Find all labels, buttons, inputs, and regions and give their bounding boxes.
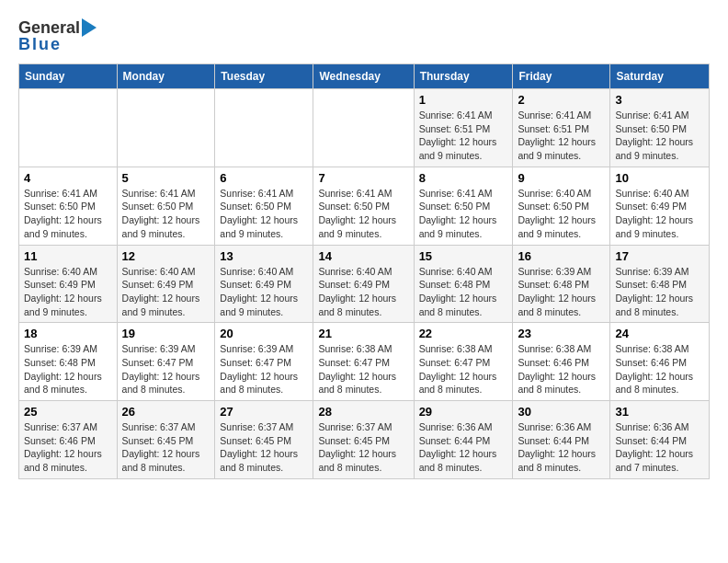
calendar-table: Sunday Monday Tuesday Wednesday Thursday… bbox=[18, 63, 710, 479]
calendar-week-row: 11Sunrise: 6:40 AM Sunset: 6:49 PM Dayli… bbox=[19, 245, 710, 323]
calendar-cell: 8Sunrise: 6:41 AM Sunset: 6:50 PM Daylig… bbox=[414, 167, 513, 245]
page-header: General Blue bbox=[18, 18, 710, 54]
day-number: 10 bbox=[615, 171, 704, 185]
day-info: Sunrise: 6:37 AM Sunset: 6:45 PM Dayligh… bbox=[220, 420, 308, 475]
calendar-week-row: 1Sunrise: 6:41 AM Sunset: 6:51 PM Daylig… bbox=[19, 89, 710, 167]
day-number: 9 bbox=[518, 171, 605, 185]
day-number: 15 bbox=[419, 249, 508, 263]
calendar-cell: 12Sunrise: 6:40 AM Sunset: 6:49 PM Dayli… bbox=[117, 245, 215, 323]
calendar-cell: 10Sunrise: 6:40 AM Sunset: 6:49 PM Dayli… bbox=[610, 167, 710, 245]
calendar-cell: 1Sunrise: 6:41 AM Sunset: 6:51 PM Daylig… bbox=[414, 89, 513, 167]
day-number: 21 bbox=[318, 327, 408, 340]
calendar-cell: 28Sunrise: 6:37 AM Sunset: 6:45 PM Dayli… bbox=[313, 401, 414, 479]
day-info: Sunrise: 6:40 AM Sunset: 6:49 PM Dayligh… bbox=[122, 265, 210, 319]
day-info: Sunrise: 6:36 AM Sunset: 6:44 PM Dayligh… bbox=[419, 420, 508, 475]
day-number: 28 bbox=[318, 405, 408, 419]
calendar-cell: 31Sunrise: 6:36 AM Sunset: 6:44 PM Dayli… bbox=[610, 401, 710, 479]
calendar-cell: 4Sunrise: 6:41 AM Sunset: 6:50 PM Daylig… bbox=[19, 167, 118, 245]
day-number: 13 bbox=[220, 249, 308, 263]
day-info: Sunrise: 6:38 AM Sunset: 6:47 PM Dayligh… bbox=[419, 342, 508, 396]
day-number: 24 bbox=[615, 327, 704, 340]
col-tuesday: Tuesday bbox=[215, 64, 313, 89]
col-thursday: Thursday bbox=[414, 64, 513, 89]
day-info: Sunrise: 6:38 AM Sunset: 6:46 PM Dayligh… bbox=[615, 342, 704, 396]
calendar-cell: 7Sunrise: 6:41 AM Sunset: 6:50 PM Daylig… bbox=[313, 167, 414, 245]
calendar-cell: 9Sunrise: 6:40 AM Sunset: 6:50 PM Daylig… bbox=[513, 167, 610, 245]
calendar-week-row: 18Sunrise: 6:39 AM Sunset: 6:48 PM Dayli… bbox=[19, 323, 710, 401]
day-number: 16 bbox=[518, 249, 605, 263]
logo-arrow-icon bbox=[82, 18, 97, 37]
day-number: 17 bbox=[615, 249, 704, 263]
calendar-cell: 23Sunrise: 6:38 AM Sunset: 6:46 PM Dayli… bbox=[513, 323, 610, 401]
day-info: Sunrise: 6:36 AM Sunset: 6:44 PM Dayligh… bbox=[615, 420, 704, 475]
day-number: 20 bbox=[220, 327, 308, 340]
day-info: Sunrise: 6:39 AM Sunset: 6:48 PM Dayligh… bbox=[615, 265, 704, 319]
day-number: 31 bbox=[615, 405, 704, 419]
calendar-cell: 30Sunrise: 6:36 AM Sunset: 6:44 PM Dayli… bbox=[513, 401, 610, 479]
day-info: Sunrise: 6:41 AM Sunset: 6:51 PM Dayligh… bbox=[419, 109, 508, 163]
day-number: 3 bbox=[615, 93, 704, 107]
calendar-cell: 27Sunrise: 6:37 AM Sunset: 6:45 PM Dayli… bbox=[215, 401, 313, 479]
day-info: Sunrise: 6:39 AM Sunset: 6:48 PM Dayligh… bbox=[518, 265, 605, 319]
calendar-week-row: 4Sunrise: 6:41 AM Sunset: 6:50 PM Daylig… bbox=[19, 167, 710, 245]
calendar-cell: 19Sunrise: 6:39 AM Sunset: 6:47 PM Dayli… bbox=[117, 323, 215, 401]
calendar-cell bbox=[19, 89, 118, 167]
day-info: Sunrise: 6:40 AM Sunset: 6:49 PM Dayligh… bbox=[318, 265, 408, 319]
calendar-cell: 17Sunrise: 6:39 AM Sunset: 6:48 PM Dayli… bbox=[610, 245, 710, 323]
calendar-cell: 24Sunrise: 6:38 AM Sunset: 6:46 PM Dayli… bbox=[610, 323, 710, 401]
day-number: 11 bbox=[24, 249, 112, 263]
calendar-cell bbox=[215, 89, 313, 167]
calendar-cell: 15Sunrise: 6:40 AM Sunset: 6:48 PM Dayli… bbox=[414, 245, 513, 323]
calendar-cell: 29Sunrise: 6:36 AM Sunset: 6:44 PM Dayli… bbox=[414, 401, 513, 479]
col-friday: Friday bbox=[513, 64, 610, 89]
calendar-cell: 5Sunrise: 6:41 AM Sunset: 6:50 PM Daylig… bbox=[117, 167, 215, 245]
calendar-cell: 22Sunrise: 6:38 AM Sunset: 6:47 PM Dayli… bbox=[414, 323, 513, 401]
calendar-cell: 26Sunrise: 6:37 AM Sunset: 6:45 PM Dayli… bbox=[117, 401, 215, 479]
day-number: 1 bbox=[419, 93, 508, 107]
col-monday: Monday bbox=[117, 64, 215, 89]
calendar-week-row: 25Sunrise: 6:37 AM Sunset: 6:46 PM Dayli… bbox=[19, 401, 710, 479]
day-info: Sunrise: 6:41 AM Sunset: 6:50 PM Dayligh… bbox=[419, 187, 508, 241]
day-number: 26 bbox=[122, 405, 210, 419]
day-info: Sunrise: 6:39 AM Sunset: 6:47 PM Dayligh… bbox=[220, 342, 308, 396]
day-info: Sunrise: 6:41 AM Sunset: 6:50 PM Dayligh… bbox=[122, 187, 210, 241]
calendar-cell: 21Sunrise: 6:38 AM Sunset: 6:47 PM Dayli… bbox=[313, 323, 414, 401]
day-info: Sunrise: 6:41 AM Sunset: 6:51 PM Dayligh… bbox=[518, 109, 605, 163]
logo-blue-text: Blue bbox=[18, 35, 62, 54]
calendar-cell: 13Sunrise: 6:40 AM Sunset: 6:49 PM Dayli… bbox=[215, 245, 313, 323]
logo: General Blue bbox=[18, 18, 97, 54]
day-info: Sunrise: 6:40 AM Sunset: 6:48 PM Dayligh… bbox=[419, 265, 508, 319]
calendar-cell: 16Sunrise: 6:39 AM Sunset: 6:48 PM Dayli… bbox=[513, 245, 610, 323]
calendar-cell bbox=[313, 89, 414, 167]
day-number: 12 bbox=[122, 249, 210, 263]
calendar-body: 1Sunrise: 6:41 AM Sunset: 6:51 PM Daylig… bbox=[19, 89, 710, 479]
calendar-cell: 2Sunrise: 6:41 AM Sunset: 6:51 PM Daylig… bbox=[513, 89, 610, 167]
day-info: Sunrise: 6:40 AM Sunset: 6:49 PM Dayligh… bbox=[24, 265, 112, 319]
day-info: Sunrise: 6:37 AM Sunset: 6:46 PM Dayligh… bbox=[24, 420, 112, 475]
day-info: Sunrise: 6:39 AM Sunset: 6:48 PM Dayligh… bbox=[24, 342, 112, 396]
day-number: 5 bbox=[122, 171, 210, 185]
day-number: 30 bbox=[518, 405, 605, 419]
day-info: Sunrise: 6:38 AM Sunset: 6:46 PM Dayligh… bbox=[518, 342, 605, 396]
day-number: 2 bbox=[518, 93, 605, 107]
calendar-cell: 3Sunrise: 6:41 AM Sunset: 6:50 PM Daylig… bbox=[610, 89, 710, 167]
day-number: 7 bbox=[318, 171, 408, 185]
day-info: Sunrise: 6:41 AM Sunset: 6:50 PM Dayligh… bbox=[24, 187, 112, 241]
day-number: 27 bbox=[220, 405, 308, 419]
day-info: Sunrise: 6:40 AM Sunset: 6:49 PM Dayligh… bbox=[615, 187, 704, 241]
day-number: 14 bbox=[318, 249, 408, 263]
day-info: Sunrise: 6:37 AM Sunset: 6:45 PM Dayligh… bbox=[318, 420, 408, 475]
day-info: Sunrise: 6:41 AM Sunset: 6:50 PM Dayligh… bbox=[318, 187, 408, 241]
col-saturday: Saturday bbox=[610, 64, 710, 89]
day-info: Sunrise: 6:39 AM Sunset: 6:47 PM Dayligh… bbox=[122, 342, 210, 396]
col-wednesday: Wednesday bbox=[313, 64, 414, 89]
day-info: Sunrise: 6:40 AM Sunset: 6:49 PM Dayligh… bbox=[220, 265, 308, 319]
day-info: Sunrise: 6:38 AM Sunset: 6:47 PM Dayligh… bbox=[318, 342, 408, 396]
day-info: Sunrise: 6:36 AM Sunset: 6:44 PM Dayligh… bbox=[518, 420, 605, 475]
calendar-cell: 25Sunrise: 6:37 AM Sunset: 6:46 PM Dayli… bbox=[19, 401, 118, 479]
day-number: 6 bbox=[220, 171, 308, 185]
calendar-cell: 6Sunrise: 6:41 AM Sunset: 6:50 PM Daylig… bbox=[215, 167, 313, 245]
day-info: Sunrise: 6:40 AM Sunset: 6:50 PM Dayligh… bbox=[518, 187, 605, 241]
day-number: 25 bbox=[24, 405, 112, 419]
calendar-cell bbox=[117, 89, 215, 167]
